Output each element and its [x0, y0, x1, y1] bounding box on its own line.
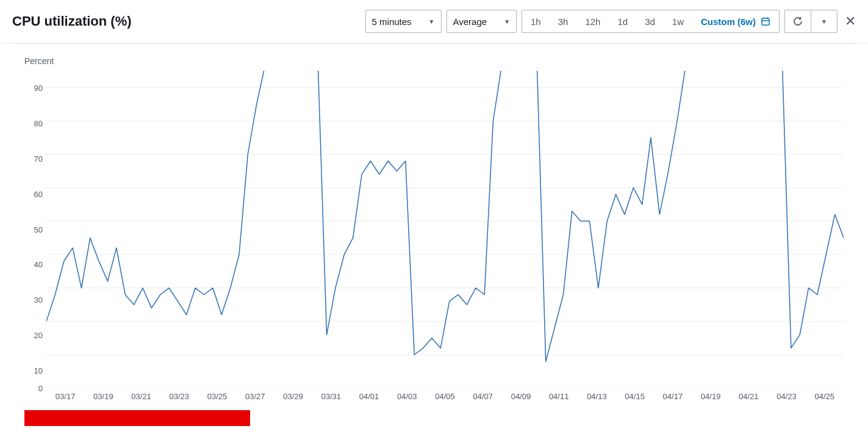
close-button[interactable]: ✕ [845, 13, 856, 29]
range-custom-label: Custom (6w) [701, 16, 756, 27]
svg-rect-0 [762, 18, 769, 25]
range-1h[interactable]: 1h [522, 10, 550, 32]
statistic-select-value: Average [453, 16, 487, 27]
chevron-down-icon: ▼ [504, 18, 510, 25]
refresh-icon [793, 16, 803, 26]
statistic-select[interactable]: Average ▼ [447, 10, 517, 33]
chevron-down-icon: ▼ [821, 18, 827, 25]
refresh-button[interactable] [784, 10, 811, 33]
range-3d[interactable]: 3d [636, 10, 664, 32]
plot-area[interactable] [46, 71, 844, 388]
range-1d[interactable]: 1d [609, 10, 636, 32]
page-title: CPU utilization (%) [12, 13, 132, 29]
range-1w[interactable]: 1w [664, 10, 692, 32]
chevron-down-icon: ▼ [429, 18, 435, 25]
chart: Percent 9080706050403020100 03/1703/1903… [0, 44, 868, 426]
actions-menu-button[interactable]: ▼ [811, 10, 838, 33]
y-axis: 9080706050403020100 [24, 71, 46, 388]
x-axis: 03/1703/1903/2103/2303/2503/2703/2903/31… [46, 388, 844, 416]
y-axis-label: Percent [24, 56, 844, 66]
range-custom[interactable]: Custom (6w) [692, 10, 779, 32]
period-select[interactable]: 5 minutes ▼ [365, 10, 442, 33]
time-range-group: 1h 3h 12h 1d 3d 1w Custom (6w) [522, 10, 780, 33]
range-3h[interactable]: 3h [550, 10, 577, 32]
period-select-value: 5 minutes [372, 16, 412, 27]
calendar-icon [761, 16, 770, 26]
header: CPU utilization (%) 5 minutes ▼ Average … [0, 0, 868, 43]
range-12h[interactable]: 12h [576, 10, 609, 32]
action-button-group: ▼ [784, 10, 838, 33]
